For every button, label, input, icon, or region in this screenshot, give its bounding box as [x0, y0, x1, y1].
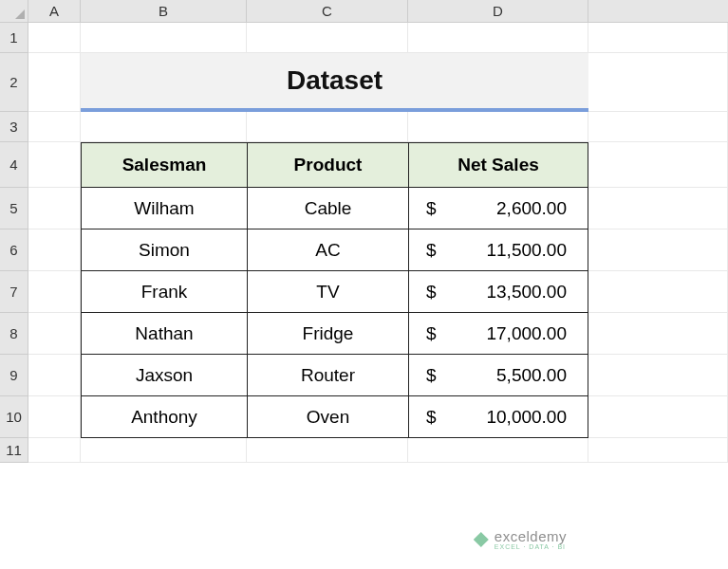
cell-product-3[interactable]: Fridge: [247, 313, 408, 355]
cell-E7[interactable]: [588, 271, 728, 313]
cell-netsales-1[interactable]: $11,500.00: [408, 229, 588, 271]
cell-A2[interactable]: [28, 53, 81, 112]
currency-symbol: $: [426, 365, 437, 386]
col-header-B[interactable]: B: [81, 0, 247, 23]
col-header-A[interactable]: A: [28, 0, 81, 23]
cell-salesman-5[interactable]: Anthony: [81, 396, 247, 438]
row-header-5[interactable]: 5: [0, 188, 28, 229]
row-header-6[interactable]: 6: [0, 229, 28, 271]
row-header-10[interactable]: 10: [0, 396, 28, 438]
cell-A11[interactable]: [28, 438, 81, 463]
header-salesman[interactable]: Salesman: [81, 142, 247, 188]
currency-symbol: $: [426, 407, 437, 428]
dataset-title-text: Dataset: [287, 65, 383, 96]
watermark-icon: [474, 532, 489, 547]
cell-A7[interactable]: [28, 271, 81, 313]
cell-product-4[interactable]: Router: [247, 355, 408, 396]
amount: 2,600.00: [496, 198, 567, 219]
row-header-1[interactable]: 1: [0, 23, 28, 53]
cell-E11[interactable]: [588, 438, 728, 463]
cell-E3[interactable]: [588, 112, 728, 142]
cell-D11[interactable]: [408, 438, 588, 463]
row-header-4[interactable]: 4: [0, 142, 28, 188]
header-product[interactable]: Product: [247, 142, 408, 188]
cell-D3[interactable]: [408, 112, 588, 142]
col-header-D[interactable]: D: [408, 0, 588, 23]
cell-netsales-4[interactable]: $5,500.00: [408, 355, 588, 396]
currency-symbol: $: [426, 198, 437, 219]
amount: 17,000.00: [486, 323, 567, 344]
spreadsheet-grid[interactable]: A B C D 1 2 3 4 5 6 7 8 9 10 11 Dataset …: [0, 0, 728, 463]
cell-A10[interactable]: [28, 396, 81, 438]
cell-C3[interactable]: [247, 112, 408, 142]
cell-salesman-1[interactable]: Simon: [81, 229, 247, 271]
amount: 10,000.00: [486, 407, 567, 428]
cell-E8[interactable]: [588, 313, 728, 355]
cell-B11[interactable]: [81, 438, 247, 463]
cell-E6[interactable]: [588, 229, 728, 271]
cell-E9[interactable]: [588, 355, 728, 396]
watermark-sub: EXCEL · DATA · BI: [495, 543, 567, 550]
row-header-8[interactable]: 8: [0, 313, 28, 355]
watermark: exceldemy EXCEL · DATA · BI: [474, 529, 567, 550]
cell-D1[interactable]: [408, 23, 588, 53]
cell-product-5[interactable]: Oven: [247, 396, 408, 438]
cell-salesman-4[interactable]: Jaxson: [81, 355, 247, 396]
cell-A8[interactable]: [28, 313, 81, 355]
cell-E4[interactable]: [588, 142, 728, 188]
cell-B1[interactable]: [81, 23, 247, 53]
cell-netsales-0[interactable]: $2,600.00: [408, 188, 588, 229]
row-header-9[interactable]: 9: [0, 355, 28, 396]
cell-product-1[interactable]: AC: [247, 229, 408, 271]
currency-symbol: $: [426, 282, 437, 303]
cell-C11[interactable]: [247, 438, 408, 463]
cell-netsales-5[interactable]: $10,000.00: [408, 396, 588, 438]
cell-salesman-3[interactable]: Nathan: [81, 313, 247, 355]
watermark-main: exceldemy: [495, 529, 567, 543]
row-header-7[interactable]: 7: [0, 271, 28, 313]
cell-A4[interactable]: [28, 142, 81, 188]
amount: 11,500.00: [486, 240, 567, 261]
cell-C1[interactable]: [247, 23, 408, 53]
row-header-11[interactable]: 11: [0, 438, 28, 463]
cell-A1[interactable]: [28, 23, 81, 53]
cell-netsales-3[interactable]: $17,000.00: [408, 313, 588, 355]
row-header-2[interactable]: 2: [0, 53, 28, 112]
select-all-corner[interactable]: [0, 0, 28, 23]
currency-symbol: $: [426, 240, 437, 261]
header-netsales[interactable]: Net Sales: [408, 142, 588, 188]
cell-A3[interactable]: [28, 112, 81, 142]
cell-A5[interactable]: [28, 188, 81, 229]
cell-salesman-2[interactable]: Frank: [81, 271, 247, 313]
cell-A9[interactable]: [28, 355, 81, 396]
cell-product-0[interactable]: Cable: [247, 188, 408, 229]
cell-E5[interactable]: [588, 188, 728, 229]
row-header-3[interactable]: 3: [0, 112, 28, 142]
col-header-C[interactable]: C: [247, 0, 408, 23]
col-header-next[interactable]: [588, 0, 728, 23]
cell-E2[interactable]: [588, 53, 728, 112]
amount: 13,500.00: [486, 282, 567, 303]
amount: 5,500.00: [496, 365, 567, 386]
cell-E1[interactable]: [588, 23, 728, 53]
cell-B3[interactable]: [81, 112, 247, 142]
currency-symbol: $: [426, 323, 437, 344]
dataset-title-cell[interactable]: Dataset: [81, 53, 588, 112]
cell-E10[interactable]: [588, 396, 728, 438]
cell-salesman-0[interactable]: Wilham: [81, 188, 247, 229]
cell-A6[interactable]: [28, 229, 81, 271]
cell-netsales-2[interactable]: $13,500.00: [408, 271, 588, 313]
cell-product-2[interactable]: TV: [247, 271, 408, 313]
